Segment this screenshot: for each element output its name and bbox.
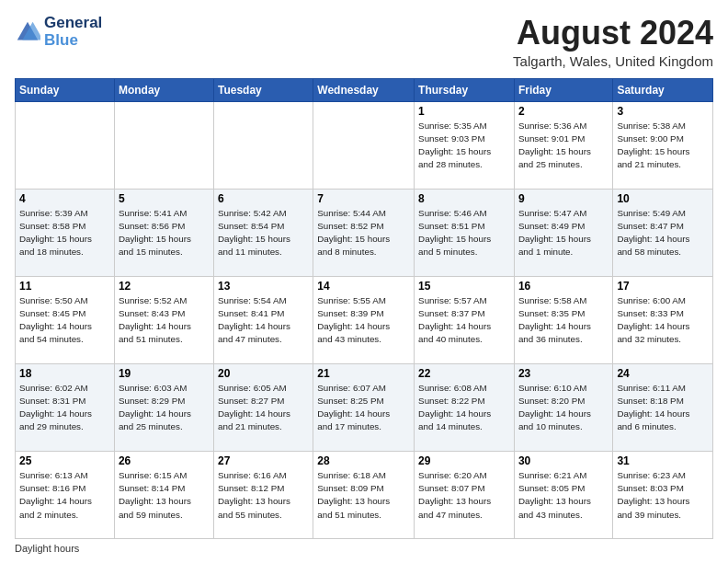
day-number: 12 <box>119 280 210 293</box>
day-info: Sunrise: 5:57 AM Sunset: 8:37 PM Dayligh… <box>418 294 510 347</box>
calendar-header-thursday: Thursday <box>415 78 515 101</box>
day-number: 25 <box>19 454 110 467</box>
day-info: Sunrise: 5:54 AM Sunset: 8:41 PM Dayligh… <box>218 294 309 347</box>
calendar-cell: 1Sunrise: 5:35 AM Sunset: 9:03 PM Daylig… <box>415 101 515 189</box>
day-number: 17 <box>617 280 709 293</box>
day-number: 2 <box>518 105 609 118</box>
day-info: Sunrise: 5:44 AM Sunset: 8:52 PM Dayligh… <box>317 207 410 259</box>
day-number: 18 <box>19 367 110 380</box>
calendar-cell: 2Sunrise: 5:36 AM Sunset: 9:01 PM Daylig… <box>514 101 612 189</box>
day-number: 27 <box>218 454 309 467</box>
calendar-cell: 20Sunrise: 6:05 AM Sunset: 8:27 PM Dayli… <box>213 363 313 451</box>
calendar-cell: 19Sunrise: 6:03 AM Sunset: 8:29 PM Dayli… <box>114 363 213 451</box>
day-number: 6 <box>218 192 309 205</box>
day-info: Sunrise: 5:38 AM Sunset: 9:00 PM Dayligh… <box>617 120 709 172</box>
day-info: Sunrise: 5:50 AM Sunset: 8:45 PM Dayligh… <box>19 294 110 347</box>
calendar-cell: 16Sunrise: 5:58 AM Sunset: 8:35 PM Dayli… <box>514 276 612 363</box>
day-info: Sunrise: 5:55 AM Sunset: 8:39 PM Dayligh… <box>317 294 410 347</box>
day-number: 31 <box>617 454 709 467</box>
title-block: August 2024 Talgarth, Wales, United King… <box>513 15 713 69</box>
day-number: 14 <box>317 280 410 293</box>
logo-icon <box>15 19 40 45</box>
day-info: Sunrise: 6:21 AM Sunset: 8:05 PM Dayligh… <box>518 469 609 522</box>
day-number: 7 <box>317 192 410 205</box>
calendar-cell <box>213 101 313 189</box>
calendar-cell: 28Sunrise: 6:18 AM Sunset: 8:09 PM Dayli… <box>313 451 415 538</box>
day-info: Sunrise: 5:52 AM Sunset: 8:43 PM Dayligh… <box>119 294 210 347</box>
calendar-cell: 7Sunrise: 5:44 AM Sunset: 8:52 PM Daylig… <box>313 189 415 276</box>
calendar-cell: 6Sunrise: 5:42 AM Sunset: 8:54 PM Daylig… <box>213 189 313 276</box>
calendar-cell: 29Sunrise: 6:20 AM Sunset: 8:07 PM Dayli… <box>415 451 515 538</box>
day-info: Sunrise: 6:23 AM Sunset: 8:03 PM Dayligh… <box>617 469 709 522</box>
day-info: Sunrise: 6:13 AM Sunset: 8:16 PM Dayligh… <box>19 469 110 522</box>
calendar-cell: 15Sunrise: 5:57 AM Sunset: 8:37 PM Dayli… <box>415 276 515 363</box>
calendar: SundayMondayTuesdayWednesdayThursdayFrid… <box>15 78 713 539</box>
calendar-cell: 10Sunrise: 5:49 AM Sunset: 8:47 PM Dayli… <box>613 189 713 276</box>
calendar-cell: 12Sunrise: 5:52 AM Sunset: 8:43 PM Dayli… <box>114 276 213 363</box>
calendar-week-row: 18Sunrise: 6:02 AM Sunset: 8:31 PM Dayli… <box>16 363 713 451</box>
day-number: 21 <box>317 367 410 380</box>
calendar-cell: 30Sunrise: 6:21 AM Sunset: 8:05 PM Dayli… <box>514 451 612 538</box>
day-number: 16 <box>518 280 609 293</box>
day-number: 23 <box>518 367 609 380</box>
logo-text: General Blue <box>44 15 102 49</box>
calendar-header-tuesday: Tuesday <box>213 78 313 101</box>
calendar-cell: 25Sunrise: 6:13 AM Sunset: 8:16 PM Dayli… <box>16 451 115 538</box>
calendar-cell: 3Sunrise: 5:38 AM Sunset: 9:00 PM Daylig… <box>613 101 713 189</box>
calendar-header-wednesday: Wednesday <box>313 78 415 101</box>
day-info: Sunrise: 6:03 AM Sunset: 8:29 PM Dayligh… <box>119 382 210 434</box>
calendar-cell: 23Sunrise: 6:10 AM Sunset: 8:20 PM Dayli… <box>514 363 612 451</box>
day-number: 1 <box>418 105 510 118</box>
calendar-cell: 18Sunrise: 6:02 AM Sunset: 8:31 PM Dayli… <box>16 363 115 451</box>
day-number: 8 <box>418 192 510 205</box>
day-info: Sunrise: 5:47 AM Sunset: 8:49 PM Dayligh… <box>518 207 609 259</box>
month-title: August 2024 <box>513 15 713 52</box>
calendar-cell: 8Sunrise: 5:46 AM Sunset: 8:51 PM Daylig… <box>415 189 515 276</box>
day-number: 11 <box>19 280 110 293</box>
day-number: 4 <box>19 192 110 205</box>
calendar-cell <box>114 101 213 189</box>
calendar-header-sunday: Sunday <box>16 78 115 101</box>
day-info: Sunrise: 5:36 AM Sunset: 9:01 PM Dayligh… <box>518 120 609 172</box>
calendar-week-row: 11Sunrise: 5:50 AM Sunset: 8:45 PM Dayli… <box>16 276 713 363</box>
day-info: Sunrise: 6:18 AM Sunset: 8:09 PM Dayligh… <box>317 469 410 522</box>
day-number: 3 <box>617 105 709 118</box>
day-number: 28 <box>317 454 410 467</box>
calendar-cell: 9Sunrise: 5:47 AM Sunset: 8:49 PM Daylig… <box>514 189 612 276</box>
calendar-week-row: 4Sunrise: 5:39 AM Sunset: 8:58 PM Daylig… <box>16 189 713 276</box>
day-number: 22 <box>418 367 510 380</box>
day-number: 5 <box>119 192 210 205</box>
calendar-cell: 26Sunrise: 6:15 AM Sunset: 8:14 PM Dayli… <box>114 451 213 538</box>
page: General Blue August 2024 Talgarth, Wales… <box>0 0 728 563</box>
day-info: Sunrise: 6:05 AM Sunset: 8:27 PM Dayligh… <box>218 382 309 434</box>
day-info: Sunrise: 5:46 AM Sunset: 8:51 PM Dayligh… <box>418 207 510 259</box>
calendar-header-monday: Monday <box>114 78 213 101</box>
calendar-cell: 5Sunrise: 5:41 AM Sunset: 8:56 PM Daylig… <box>114 189 213 276</box>
day-info: Sunrise: 5:42 AM Sunset: 8:54 PM Dayligh… <box>218 207 309 259</box>
calendar-header-saturday: Saturday <box>613 78 713 101</box>
day-info: Sunrise: 6:11 AM Sunset: 8:18 PM Dayligh… <box>617 382 709 434</box>
calendar-week-row: 25Sunrise: 6:13 AM Sunset: 8:16 PM Dayli… <box>16 451 713 538</box>
calendar-cell: 31Sunrise: 6:23 AM Sunset: 8:03 PM Dayli… <box>613 451 713 538</box>
calendar-header-row: SundayMondayTuesdayWednesdayThursdayFrid… <box>16 78 713 101</box>
day-number: 29 <box>418 454 510 467</box>
day-info: Sunrise: 5:58 AM Sunset: 8:35 PM Dayligh… <box>518 294 609 347</box>
calendar-header-friday: Friday <box>514 78 612 101</box>
day-number: 9 <box>518 192 609 205</box>
day-info: Sunrise: 6:15 AM Sunset: 8:14 PM Dayligh… <box>119 469 210 522</box>
calendar-cell: 22Sunrise: 6:08 AM Sunset: 8:22 PM Dayli… <box>415 363 515 451</box>
calendar-cell: 27Sunrise: 6:16 AM Sunset: 8:12 PM Dayli… <box>213 451 313 538</box>
calendar-cell <box>313 101 415 189</box>
location: Talgarth, Wales, United Kingdom <box>513 53 713 69</box>
day-info: Sunrise: 5:39 AM Sunset: 8:58 PM Dayligh… <box>19 207 110 259</box>
calendar-cell: 4Sunrise: 5:39 AM Sunset: 8:58 PM Daylig… <box>16 189 115 276</box>
calendar-cell: 11Sunrise: 5:50 AM Sunset: 8:45 PM Dayli… <box>16 276 115 363</box>
day-number: 30 <box>518 454 609 467</box>
day-number: 15 <box>418 280 510 293</box>
day-info: Sunrise: 5:41 AM Sunset: 8:56 PM Dayligh… <box>119 207 210 259</box>
calendar-cell: 17Sunrise: 6:00 AM Sunset: 8:33 PM Dayli… <box>613 276 713 363</box>
day-number: 24 <box>617 367 709 380</box>
day-number: 20 <box>218 367 309 380</box>
day-number: 19 <box>119 367 210 380</box>
calendar-cell <box>16 101 115 189</box>
